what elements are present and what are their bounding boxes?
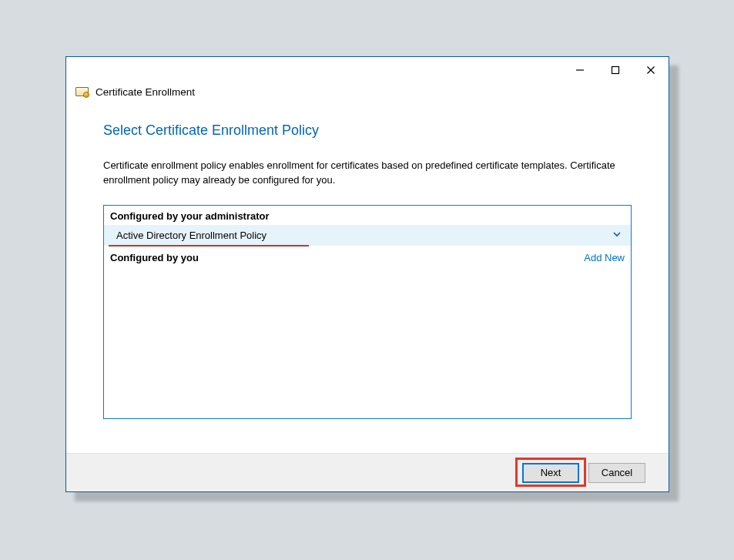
page-title: Select Certificate Enrollment Policy [103, 122, 632, 139]
policy-item-ad[interactable]: Active Directory Enrollment Policy [104, 225, 631, 246]
maximize-button[interactable] [598, 59, 633, 82]
header-row: Certificate Enrollment [66, 83, 669, 101]
policy-list: Configured by your administrator Active … [103, 205, 632, 419]
header-title: Certificate Enrollment [96, 86, 195, 98]
minimize-button[interactable] [562, 59, 598, 82]
chevron-down-icon[interactable] [612, 230, 622, 240]
footer: Next Cancel [66, 453, 669, 491]
content-area: Select Certificate Enrollment Policy Cer… [66, 101, 669, 453]
certificate-icon [75, 87, 89, 98]
admin-section-header: Configured by your administrator [104, 206, 631, 225]
svg-rect-1 [612, 67, 619, 74]
you-section-header: Configured by you Add New [104, 246, 631, 267]
cancel-button[interactable]: Cancel [588, 463, 645, 483]
admin-section: Configured by your administrator Active … [104, 206, 631, 246]
titlebar [66, 57, 669, 83]
close-button[interactable] [633, 59, 669, 82]
add-new-link[interactable]: Add New [584, 252, 625, 263]
wizard-window: Certificate Enrollment Select Certificat… [65, 56, 669, 492]
next-button[interactable]: Next [522, 463, 579, 483]
you-section-label: Configured by you [110, 252, 199, 263]
page-description: Certificate enrollment policy enables en… [103, 159, 632, 188]
policy-item-label: Active Directory Enrollment Policy [116, 230, 266, 241]
highlight-underline [109, 245, 309, 246]
